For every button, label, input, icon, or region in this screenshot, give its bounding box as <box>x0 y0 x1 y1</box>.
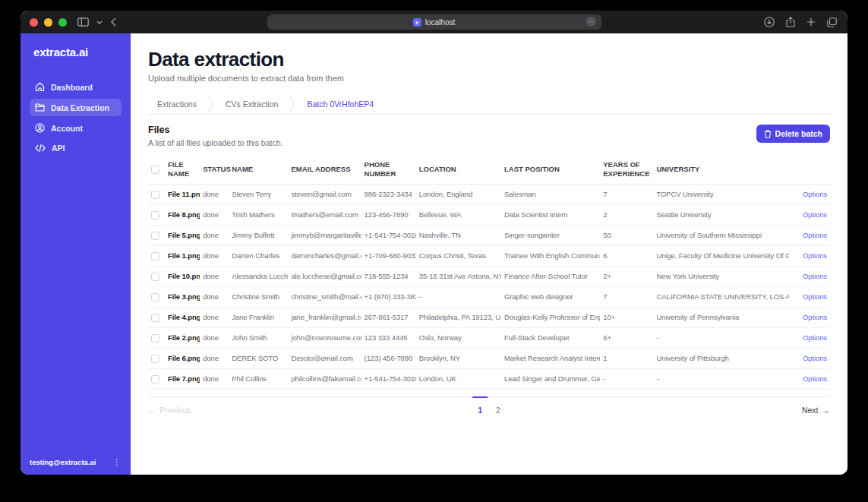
cell-phone: +1 (970) 333-3833 <box>361 286 416 307</box>
cell-file-name: File 1.png <box>165 245 200 266</box>
sidebar-item-api[interactable]: API <box>30 140 122 156</box>
cell-file-name: File 10.png <box>165 266 200 286</box>
row-checkbox[interactable] <box>151 273 159 281</box>
files-subtitle: A list of all files uploaded to this bat… <box>148 138 282 147</box>
table-row: File 4.pngdoneJane Franklinjane_franklin… <box>148 307 830 327</box>
kebab-menu-icon[interactable]: ⋮ <box>110 457 123 467</box>
cell-name: Christine Smith <box>229 286 288 307</box>
new-tab-icon[interactable] <box>806 17 816 27</box>
cell-location: Brooklyn, NY <box>416 348 501 368</box>
cell-years-of-experience: 1 <box>600 348 653 368</box>
cell-university: New York University <box>653 266 788 286</box>
sidebar-item-data-extraction[interactable]: Data Extraction <box>30 99 122 116</box>
sidebar-item-label: Dashboard <box>51 83 93 92</box>
cell-phone: (123) 456-7890 <box>361 348 416 368</box>
cell-university: Seattle University <box>653 204 788 225</box>
tab-overview-icon[interactable] <box>827 17 837 27</box>
minimize-window-button[interactable] <box>44 18 52 27</box>
address-bar[interactable]: e localhost ⋯ <box>267 14 601 30</box>
row-options-link[interactable]: Options <box>803 210 827 219</box>
sidebar-item-account[interactable]: Account <box>30 119 122 137</box>
cell-name: Jimmy Buffett <box>229 225 288 245</box>
cell-location: Bellevue, WA <box>416 204 501 225</box>
pagination-next[interactable]: Next→ <box>802 397 830 415</box>
cell-file-name: File 8.png <box>165 204 200 225</box>
row-options-link[interactable]: Options <box>803 190 827 198</box>
cell-years-of-experience: 10+ <box>600 307 653 327</box>
breadcrumb-tabs: Extractions CVs Extraction Batch 0VrHfoh… <box>148 94 830 115</box>
downloads-icon[interactable] <box>764 17 775 27</box>
zoom-window-button[interactable] <box>58 18 67 27</box>
pagination-page-2[interactable]: 2 <box>489 397 507 415</box>
select-all-checkbox[interactable] <box>151 166 159 174</box>
cell-name: John Smith <box>229 327 288 348</box>
browser-toolbar-right <box>764 11 837 33</box>
column-header: YEARS OF EXPERIENCE <box>600 156 653 184</box>
browser-titlebar: e localhost ⋯ <box>21 11 847 33</box>
table-row: File 7.pngdonePhil Collinsphilcollins@fa… <box>148 368 830 389</box>
cell-file-name: File 7.png <box>165 368 200 389</box>
user-circle-icon <box>35 123 45 133</box>
tab-extractions[interactable]: Extractions <box>148 99 207 109</box>
cell-status: done <box>200 348 229 368</box>
cell-last-position: Full-Stack Developer <box>501 327 600 348</box>
table-row: File 11.pngdoneSteven Terrysteven@gmail.… <box>148 184 830 204</box>
share-icon[interactable] <box>786 17 795 27</box>
cell-location: Philadelphia, PA 19123, USA <box>416 307 501 327</box>
row-options-link[interactable]: Options <box>803 292 827 301</box>
cell-email: jimmyb@margaritaville.com <box>288 225 361 245</box>
cell-status: done <box>200 204 229 225</box>
cell-status: done <box>200 184 229 204</box>
files-title: Files <box>148 125 282 135</box>
page-settings-icon[interactable]: ⋯ <box>586 17 596 27</box>
sidebar-item-dashboard[interactable]: Dashboard <box>30 78 122 96</box>
row-checkbox[interactable] <box>151 211 159 219</box>
cell-file-name: File 2.png <box>165 327 200 348</box>
row-options-link[interactable]: Options <box>803 272 827 280</box>
site-favicon-icon: e <box>413 18 421 27</box>
sidebar-item-label: Data Extraction <box>51 103 109 112</box>
cell-phone: 123 333 4445 <box>361 327 416 348</box>
page-subtitle: Upload multiple documents to extract dat… <box>148 74 830 83</box>
row-options-link[interactable]: Options <box>803 333 827 342</box>
cell-email: Desoto@email.com <box>288 348 361 368</box>
cell-location: London, UK <box>416 368 501 389</box>
column-header: UNIVERSITY <box>653 156 788 184</box>
pagination-previous[interactable]: ←Previous <box>148 397 191 415</box>
close-window-button[interactable] <box>30 18 38 27</box>
chevron-down-icon[interactable] <box>96 21 103 24</box>
row-options-link[interactable]: Options <box>803 354 827 362</box>
cell-email: steven@gmail.com <box>288 184 361 204</box>
cell-status: done <box>200 266 229 286</box>
row-options-link[interactable]: Options <box>803 231 827 239</box>
table-row: File 5.pngdoneJimmy Buffettjimmyb@margar… <box>148 225 830 245</box>
row-checkbox[interactable] <box>151 191 159 199</box>
row-options-link[interactable]: Options <box>803 251 827 260</box>
row-checkbox[interactable] <box>151 293 159 302</box>
files-table: FILE NAMESTATUSNAMEEMAIL ADDRESSPHONE NU… <box>148 156 830 390</box>
row-checkbox[interactable] <box>151 334 159 343</box>
row-options-link[interactable]: Options <box>803 374 827 383</box>
column-header: PHONE NUMBER <box>361 156 416 184</box>
traffic-lights <box>30 18 67 27</box>
back-icon[interactable] <box>110 17 116 27</box>
cell-university: - <box>653 368 788 389</box>
row-options-link[interactable]: Options <box>803 313 827 321</box>
pagination-page-1[interactable]: 1 <box>471 397 489 415</box>
address-url: localhost <box>425 18 455 27</box>
tab-cvs-extraction[interactable]: CVs Extraction <box>215 99 289 109</box>
cell-status: done <box>200 225 229 245</box>
row-checkbox[interactable] <box>151 252 159 260</box>
cell-location: - <box>416 286 501 307</box>
row-checkbox[interactable] <box>151 314 159 322</box>
arrow-left-icon: ← <box>148 406 156 415</box>
tab-batch[interactable]: Batch 0VrHfohEP4 <box>296 99 384 109</box>
row-checkbox[interactable] <box>151 232 159 240</box>
cell-phone: 986-2323-3434 <box>361 184 416 204</box>
cell-years-of-experience: 7 <box>600 286 653 307</box>
row-checkbox[interactable] <box>151 375 159 384</box>
row-checkbox[interactable] <box>151 355 159 363</box>
cell-email: philcollins@fakemail.com <box>288 368 361 389</box>
sidebar-toggle-icon[interactable] <box>77 17 89 27</box>
delete-batch-button[interactable]: Delete batch <box>756 125 830 143</box>
